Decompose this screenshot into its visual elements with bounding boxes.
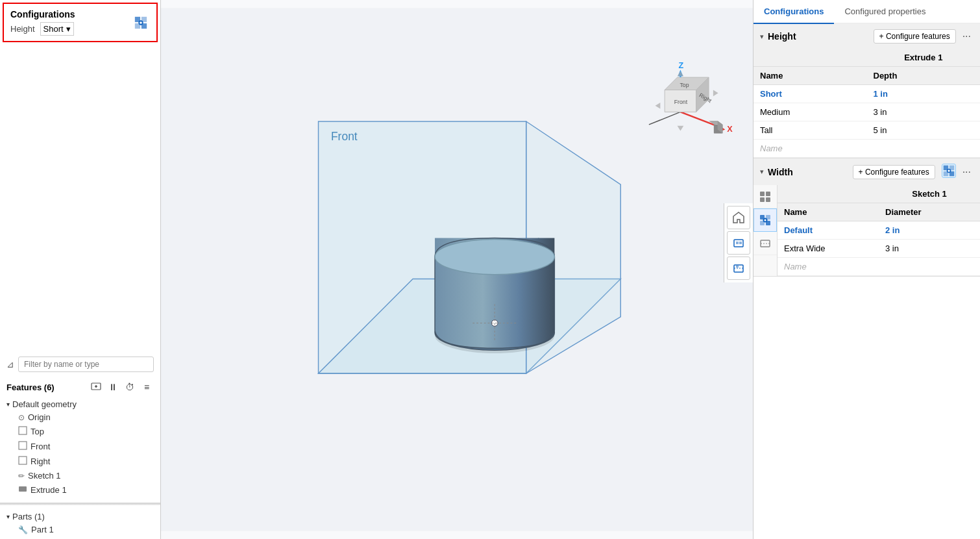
height-section-header: ▾ Height + Configure features ··· (753, 24, 980, 49)
selected-config-value: Short (43, 24, 64, 34)
height-row-short[interactable]: Short 1 in (753, 85, 980, 103)
width-row-extra-wide[interactable]: Extra Wide 3 in (778, 240, 980, 258)
scene-svg: Z X Front Top Right (161, 0, 753, 539)
width-icon-item-3[interactable] (753, 232, 777, 255)
height-configure-label: + Configure features (879, 32, 950, 41)
top-label: Top (31, 427, 44, 436)
height-collapse-arrow[interactable]: ▾ (760, 32, 764, 41)
tree-item-part1[interactable]: 🔧 Part 1 (6, 523, 154, 536)
part-icon: 🔧 (18, 525, 28, 534)
add-icon (91, 382, 101, 392)
width-config-icon-svg (942, 164, 956, 178)
height-row-tall[interactable]: Tall 5 in (753, 121, 980, 140)
height-row-short-val: 1 in (867, 85, 981, 103)
config-header-left: Configurations Height Short ▾ (10, 9, 75, 36)
viewport-btn-2[interactable] (727, 231, 750, 255)
default-geometry-label: Default geometry (12, 399, 77, 409)
width-more-btn[interactable]: ··· (960, 166, 974, 178)
features-toolbar: ⏸ ⏱ ≡ (89, 380, 154, 394)
top-icon (18, 426, 27, 437)
svg-rect-12 (19, 486, 27, 492)
tab-configurations[interactable]: Configurations (753, 0, 834, 24)
width-icon-item-1[interactable] (753, 185, 777, 208)
list-btn[interactable]: ≡ (140, 380, 154, 394)
height-name-header: Name (753, 67, 867, 85)
parts-section: ▾ Parts (1) 🔧 Part 1 (0, 508, 160, 539)
height-row-medium-val: 3 in (867, 103, 981, 121)
front-icon (18, 441, 27, 452)
tree-item-sketch1[interactable]: ✏ Sketch 1 (6, 469, 160, 483)
tree-item-extrude1[interactable]: Extrude 1 (6, 483, 160, 497)
configurations-icon-svg (134, 16, 148, 30)
height-configure-btn[interactable]: + Configure features (874, 29, 956, 44)
config-select[interactable]: Short ▾ (40, 22, 74, 36)
width-row-default-name: Default (778, 221, 879, 240)
parts-group-label: ▾ Parts (1) (6, 510, 154, 523)
height-section-title: Height (768, 31, 870, 42)
svg-rect-52 (736, 266, 739, 268)
width-row-new-name: Name (778, 258, 879, 276)
width-row-default[interactable]: Default 2 in (778, 221, 980, 240)
width-icon-item-2[interactable] (753, 208, 777, 232)
height-row-new[interactable]: Name (753, 140, 980, 158)
sketch1-label: Sketch 1 (28, 471, 61, 481)
width-row-new[interactable]: Name (778, 258, 980, 276)
config-title: Configurations (10, 9, 75, 19)
viewport-btn-1[interactable] (727, 206, 750, 229)
viewport-icon-2 (732, 236, 745, 249)
config-grid-icon[interactable] (132, 14, 150, 32)
width-row-icon-1 (759, 190, 772, 203)
tree-item-front[interactable]: Front (6, 439, 160, 454)
height-row-medium[interactable]: Medium 3 in (753, 103, 980, 121)
tree-item-top[interactable]: Top (6, 424, 160, 439)
width-configure-btn[interactable]: + Configure features (853, 165, 935, 179)
parts-collapse-arrow[interactable]: ▾ (6, 513, 10, 520)
tree-separator (0, 503, 160, 505)
width-row-new-val (879, 258, 980, 276)
height-row-new-val (867, 140, 981, 158)
height-row-medium-name: Medium (753, 103, 867, 121)
origin-icon: ⊙ (18, 413, 25, 422)
pause-btn[interactable]: ⏸ (106, 380, 120, 394)
features-header: Features (6) ⏸ ⏱ ≡ (0, 377, 160, 395)
width-section-inner: Sketch 1 Name Diameter Default 2 in (753, 185, 980, 276)
width-collapse-arrow[interactable]: ▾ (760, 168, 764, 176)
width-grid-icon[interactable] (942, 164, 956, 180)
height-row-tall-val: 5 in (867, 121, 981, 140)
svg-point-5 (140, 21, 142, 24)
origin-label: Origin (28, 412, 51, 422)
tab-configured-properties[interactable]: Configured properties (834, 0, 936, 23)
height-more-btn[interactable]: ··· (960, 31, 974, 42)
clock-btn[interactable]: ⏱ (123, 380, 137, 394)
right-tabs: Configurations Configured properties (753, 0, 980, 24)
svg-rect-60 (766, 192, 770, 196)
add-feature-btn[interactable] (89, 380, 103, 394)
height-feature-header: Extrude 1 (867, 49, 981, 67)
config-header: Configurations Height Short ▾ (3, 3, 158, 42)
svg-rect-48 (736, 242, 739, 244)
viewport-btn-3[interactable] (727, 257, 750, 280)
collapse-arrow[interactable]: ▾ (6, 401, 10, 408)
width-feature-header: Sketch 1 (879, 185, 980, 203)
tree-item-origin[interactable]: ⊙ Origin (6, 410, 160, 424)
svg-text:Z: Z (679, 62, 684, 71)
filter-area: ⊿ (0, 351, 160, 377)
filter-input[interactable] (18, 357, 154, 372)
viewport-toolbar (724, 203, 753, 282)
scene-container[interactable]: Z X Front Top Right (161, 0, 753, 539)
features-title: Features (6) (6, 382, 85, 392)
parts-label: Parts (1) (12, 512, 45, 521)
width-row-default-val: 2 in (879, 221, 980, 240)
extrude-icon (18, 484, 27, 495)
width-configure-label: + Configure features (859, 168, 929, 177)
svg-point-43 (435, 239, 554, 274)
main-viewport: Z X Front Top Right (161, 0, 753, 539)
right-panel: Configurations Configured properties ▾ H… (753, 0, 980, 539)
extrude1-label: Extrude 1 (31, 485, 67, 495)
tree-item-right[interactable]: Right (6, 454, 160, 469)
svg-rect-49 (739, 242, 742, 244)
svg-rect-59 (760, 192, 765, 196)
svg-rect-62 (766, 197, 770, 202)
height-row-new-name: Name (753, 140, 867, 158)
width-row-extra-wide-name: Extra Wide (778, 240, 879, 258)
